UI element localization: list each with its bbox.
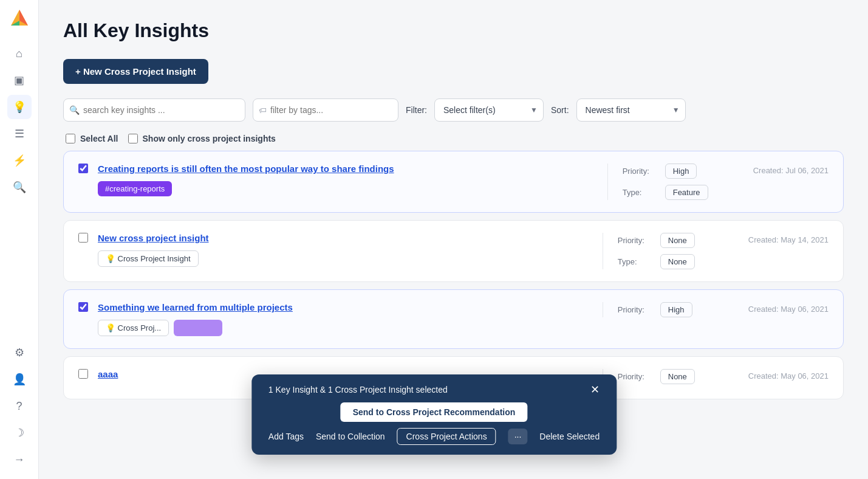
- type-meta: Type: None: [618, 254, 724, 269]
- bulk-actions-row: Add Tags Send to Collection Cross Projec…: [268, 428, 600, 445]
- search-input[interactable]: [63, 98, 245, 122]
- filter-label: Filter:: [406, 105, 427, 115]
- filter-row: 🔍 🏷 Filter: Select filter(s) ▼ Sort: New…: [63, 98, 844, 122]
- sidebar-item-document[interactable]: ☰: [7, 122, 32, 146]
- priority-label: Priority:: [618, 236, 654, 245]
- more-actions-button[interactable]: ···: [508, 429, 528, 444]
- sidebar-item-help[interactable]: ?: [7, 394, 32, 418]
- sidebar: ⌂ ▣ 💡 ☰ ⚡ 🔍 ⚙ 👤 ? ☽ →: [0, 0, 39, 479]
- sort-select-wrap: Newest first ▼: [576, 98, 686, 122]
- sort-select[interactable]: Newest first: [576, 98, 686, 122]
- sidebar-item-insights[interactable]: 💡: [7, 95, 32, 119]
- sidebar-item-search[interactable]: 🔍: [7, 175, 32, 199]
- card-meta-right: Priority: None Type: None: [603, 233, 724, 269]
- bulk-bar-header: 1 Key Insight & 1 Cross Project Insight …: [268, 384, 600, 395]
- sort-label: Sort:: [551, 105, 569, 115]
- sidebar-item-settings[interactable]: ⚙: [7, 340, 32, 365]
- insight-checkbox[interactable]: [78, 233, 88, 243]
- priority-badge: None: [660, 369, 695, 384]
- search-icon: 🔍: [69, 105, 80, 115]
- sidebar-item-lightning[interactable]: ⚡: [7, 148, 32, 173]
- card-tags: 💡 Cross Project Insight: [98, 250, 593, 267]
- select-all-checkbox[interactable]: [66, 134, 75, 143]
- send-to-collection-link[interactable]: Send to Collection: [316, 432, 385, 441]
- tag-filter-input[interactable]: [253, 98, 398, 122]
- tag-badge: [174, 320, 222, 336]
- type-label: Type:: [623, 188, 659, 197]
- insight-title[interactable]: Creating reports is still often the most…: [98, 164, 598, 174]
- app-logo: [9, 7, 30, 29]
- add-tags-link[interactable]: Add Tags: [268, 432, 304, 441]
- tag-badge: #creating-reports: [98, 181, 172, 196]
- card-meta-right: Priority: None: [603, 369, 724, 384]
- tag-icon: 🏷: [259, 106, 267, 115]
- card-tags: 💡 Cross Proj...: [98, 320, 593, 336]
- card-tags: #creating-reports: [98, 181, 598, 196]
- priority-badge: High: [660, 302, 692, 317]
- cross-project-filter-label[interactable]: Show only cross project insights: [128, 134, 276, 143]
- tag-filter-wrap: 🏷: [253, 98, 398, 122]
- page-title: All Key Insights: [63, 19, 844, 42]
- insight-checkbox[interactable]: [78, 369, 88, 379]
- delete-selected-link[interactable]: Delete Selected: [539, 432, 600, 441]
- insight-checkbox[interactable]: [78, 164, 88, 173]
- type-badge: Feature: [665, 185, 708, 200]
- priority-label: Priority:: [618, 372, 654, 381]
- insight-title[interactable]: New cross project insight: [98, 233, 593, 243]
- insight-card: New cross project insight 💡 Cross Projec…: [63, 220, 844, 282]
- send-to-cpr-button[interactable]: Send to Cross Project Recommendation: [341, 402, 528, 422]
- select-all-row: Select All Show only cross project insig…: [63, 134, 844, 143]
- select-all-label[interactable]: Select All: [66, 134, 118, 143]
- priority-meta: Priority: High: [623, 164, 729, 179]
- priority-meta: Priority: High: [618, 302, 724, 317]
- card-content: New cross project insight 💡 Cross Projec…: [98, 233, 593, 267]
- created-date: Created: May 06, 2021: [748, 302, 829, 314]
- priority-badge: High: [665, 164, 697, 179]
- type-meta: Type: Feature: [623, 185, 729, 200]
- card-meta-right: Priority: High: [603, 302, 724, 317]
- priority-badge: None: [660, 233, 695, 248]
- tag-badge: 💡 Cross Project Insight: [98, 250, 199, 267]
- bulk-action-bar: 1 Key Insight & 1 Cross Project Insight …: [251, 374, 617, 455]
- sidebar-item-layout[interactable]: ▣: [7, 68, 32, 92]
- priority-meta: Priority: None: [618, 369, 724, 384]
- new-insight-button[interactable]: + New Cross Project Insight: [63, 59, 208, 84]
- type-badge: None: [660, 254, 695, 269]
- search-wrap: 🔍: [63, 98, 245, 122]
- insight-card: Something we learned from multiple proje…: [63, 289, 844, 349]
- cross-project-actions-button[interactable]: Cross Project Actions: [397, 428, 496, 445]
- insight-card: Creating reports is still often the most…: [63, 151, 844, 213]
- priority-label: Priority:: [623, 167, 659, 176]
- cross-project-filter-checkbox[interactable]: [128, 134, 138, 143]
- card-content: Something we learned from multiple proje…: [98, 302, 593, 336]
- filter-select[interactable]: Select filter(s): [434, 98, 544, 122]
- priority-label: Priority:: [618, 305, 654, 314]
- insight-list: Creating reports is still often the most…: [63, 151, 844, 399]
- created-date: Created: May 14, 2021: [748, 233, 829, 244]
- card-meta-right: Priority: High Type: Feature: [607, 164, 729, 200]
- filter-select-wrap: Select filter(s) ▼: [434, 98, 544, 122]
- created-date: Created: May 06, 2021: [748, 369, 829, 381]
- type-label: Type:: [618, 257, 654, 266]
- insight-title[interactable]: Something we learned from multiple proje…: [98, 302, 593, 312]
- sidebar-item-logout[interactable]: →: [7, 447, 32, 472]
- sidebar-item-home[interactable]: ⌂: [7, 41, 32, 66]
- sidebar-item-person[interactable]: 👤: [7, 367, 32, 391]
- bulk-bar-close-button[interactable]: ✕: [590, 384, 600, 395]
- tag-badge: 💡 Cross Proj...: [98, 320, 169, 336]
- priority-meta: Priority: None: [618, 233, 724, 248]
- created-date: Created: Jul 06, 2021: [753, 164, 829, 175]
- sidebar-item-moon[interactable]: ☽: [7, 421, 32, 445]
- card-content: Creating reports is still often the most…: [98, 164, 598, 196]
- bulk-bar-selected-label: 1 Key Insight & 1 Cross Project Insight …: [268, 385, 448, 395]
- insight-checkbox[interactable]: [78, 302, 88, 312]
